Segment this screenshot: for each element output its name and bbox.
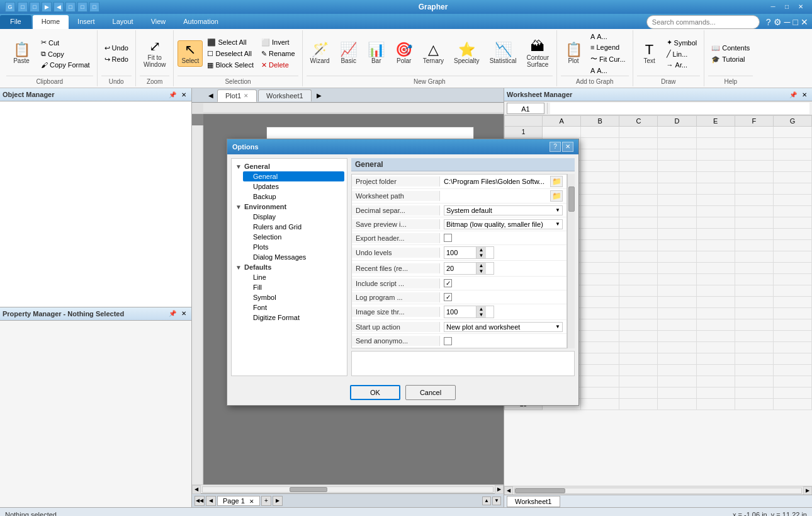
grid-cell-20-6[interactable] bbox=[773, 342, 811, 353]
grid-cell-11-5[interactable] bbox=[735, 240, 773, 251]
redo-button[interactable]: ↪ Redo bbox=[101, 54, 132, 65]
copy-format-button[interactable]: 🖌 Copy Format bbox=[38, 60, 93, 70]
deselect-all-button[interactable]: ☐ Deselect All bbox=[204, 49, 257, 59]
h-scroll-thumb[interactable] bbox=[290, 487, 327, 492]
tree-dialog-messages-item[interactable]: Dialog Messages bbox=[243, 252, 344, 262]
grid-cell-13-4[interactable] bbox=[696, 263, 735, 274]
ws-tab-1[interactable]: Worksheet1 bbox=[507, 496, 560, 507]
tree-symbol-item[interactable]: Symbol bbox=[243, 292, 344, 302]
prop-checkbox-8[interactable] bbox=[444, 293, 452, 301]
basic-button[interactable]: 📈 Basic bbox=[336, 40, 361, 67]
grid-cell-9-4[interactable] bbox=[696, 217, 735, 229]
grid-cell-4-2[interactable] bbox=[619, 161, 658, 172]
grid-cell-14-4[interactable] bbox=[696, 274, 735, 285]
close-button[interactable]: ✕ bbox=[794, 2, 807, 12]
grid-cell-3-1[interactable] bbox=[581, 149, 619, 161]
cut-button[interactable]: ✂ Cut bbox=[38, 37, 93, 48]
grid-cell-11-4[interactable] bbox=[696, 240, 735, 251]
grid-cell-8-4[interactable] bbox=[696, 206, 735, 217]
grid-cell-21-5[interactable] bbox=[735, 353, 773, 365]
grid-cell-22-1[interactable] bbox=[581, 365, 619, 376]
grid-cell-8-1[interactable] bbox=[581, 206, 619, 217]
delete-button[interactable]: ✕ Delete bbox=[258, 60, 298, 71]
grid-cell-2-2[interactable] bbox=[619, 138, 658, 149]
grid-cell-10-6[interactable] bbox=[773, 229, 811, 240]
property-manager-pin[interactable]: 📌 bbox=[167, 309, 178, 319]
grid-cell-10-2[interactable] bbox=[619, 229, 658, 240]
tab-insert[interactable]: Insert bbox=[69, 15, 104, 29]
property-manager-close[interactable]: ✕ bbox=[179, 309, 189, 319]
grid-cell-12-3[interactable] bbox=[658, 251, 696, 263]
prop-checkbox-7[interactable] bbox=[444, 279, 452, 287]
search-input[interactable] bbox=[646, 15, 760, 29]
grid-cell-5-6[interactable] bbox=[773, 172, 811, 183]
grid-cell-25-1[interactable] bbox=[581, 399, 619, 410]
grid-cell-23-3[interactable] bbox=[658, 376, 696, 387]
tree-selection-item[interactable]: Selection bbox=[243, 232, 344, 242]
grid-cell-4-1[interactable] bbox=[581, 161, 619, 172]
select-all-button[interactable]: ⬛ Select All bbox=[204, 37, 257, 48]
page-nav-next[interactable]: ▶ bbox=[273, 496, 283, 506]
ws-scroll-right[interactable]: ▶ bbox=[803, 486, 812, 495]
prop-dropdown-10[interactable]: New plot and worksheet▼ bbox=[444, 322, 563, 332]
grid-cell-22-5[interactable] bbox=[735, 365, 773, 376]
grid-cell-19-1[interactable] bbox=[581, 331, 619, 342]
grid-cell-20-5[interactable] bbox=[735, 342, 773, 353]
grid-cell-9-1[interactable] bbox=[581, 217, 619, 229]
grid-cell-18-1[interactable] bbox=[581, 319, 619, 331]
specialty-button[interactable]: ⭐ Specialty bbox=[450, 40, 483, 67]
statistical-button[interactable]: 📉 Statistical bbox=[486, 40, 521, 67]
cell-ref[interactable]: A1 bbox=[507, 103, 544, 114]
grid-cell-25-4[interactable] bbox=[696, 399, 735, 410]
grid-cell-19-3[interactable] bbox=[658, 331, 696, 342]
page-nav-first[interactable]: ◀◀ bbox=[195, 496, 205, 506]
grid-cell-12-2[interactable] bbox=[619, 251, 658, 263]
grid-cell-9-2[interactable] bbox=[619, 217, 658, 229]
grid-cell-21-3[interactable] bbox=[658, 353, 696, 365]
add-a2-button[interactable]: A A... bbox=[587, 66, 629, 76]
select-button[interactable]: ↖ Select bbox=[178, 40, 203, 67]
grid-cell-18-6[interactable] bbox=[773, 319, 811, 331]
grid-cell-7-2[interactable] bbox=[619, 195, 658, 206]
plot-nav-up[interactable]: ▲ bbox=[482, 496, 491, 505]
grid-cell-22-3[interactable] bbox=[658, 365, 696, 376]
grid-cell-12-5[interactable] bbox=[735, 251, 773, 263]
grid-cell-11-3[interactable] bbox=[658, 240, 696, 251]
grid-cell-23-5[interactable] bbox=[735, 376, 773, 387]
grid-cell-16-5[interactable] bbox=[735, 297, 773, 308]
grid-cell-14-5[interactable] bbox=[735, 274, 773, 285]
plot-nav-down[interactable]: ▼ bbox=[492, 496, 501, 505]
grid-cell-7-6[interactable] bbox=[773, 195, 811, 206]
prop-spinbox-down-5[interactable]: ▼ bbox=[476, 253, 486, 258]
grid-cell-22-2[interactable] bbox=[619, 365, 658, 376]
grid-cell-4-4[interactable] bbox=[696, 161, 735, 172]
grid-cell-10-5[interactable] bbox=[735, 229, 773, 240]
plot-button[interactable]: 📋 Plot bbox=[561, 40, 586, 67]
tree-digitize-format-item[interactable]: Digitize Format bbox=[243, 312, 344, 323]
grid-cell-17-5[interactable] bbox=[735, 308, 773, 319]
grid-cell-12-4[interactable] bbox=[696, 251, 735, 263]
tree-general-group[interactable]: ▼ General bbox=[234, 161, 344, 171]
grid-cell-20-3[interactable] bbox=[658, 342, 696, 353]
grid-cell-24-5[interactable] bbox=[735, 387, 773, 399]
grid-cell-1-4[interactable] bbox=[696, 127, 735, 138]
grid-cell-24-1[interactable] bbox=[581, 387, 619, 399]
grid-cell-13-5[interactable] bbox=[735, 263, 773, 274]
grid-cell-22-6[interactable] bbox=[773, 365, 811, 376]
grid-cell-2-4[interactable] bbox=[696, 138, 735, 149]
grid-cell-13-6[interactable] bbox=[773, 263, 811, 274]
tree-defaults-group[interactable]: ▼ Defaults bbox=[234, 262, 344, 272]
grid-cell-14-2[interactable] bbox=[619, 274, 658, 285]
tree-general-item[interactable]: General bbox=[243, 171, 344, 181]
tree-font-item[interactable]: Font bbox=[243, 302, 344, 312]
grid-cell-25-3[interactable] bbox=[658, 399, 696, 410]
ar-button[interactable]: → Ar... bbox=[663, 60, 701, 70]
grid-cell-17-6[interactable] bbox=[773, 308, 811, 319]
grid-cell-15-5[interactable] bbox=[735, 285, 773, 297]
h-scroll-right[interactable]: ▶ bbox=[495, 485, 504, 494]
page-tab[interactable]: Page 1 ✕ bbox=[217, 496, 260, 506]
tree-environment-group[interactable]: ▼ Environment bbox=[234, 202, 344, 212]
grid-cell-2-3[interactable] bbox=[658, 138, 696, 149]
text-button[interactable]: T Text bbox=[637, 40, 662, 67]
ws-scroll-left[interactable]: ◀ bbox=[504, 486, 513, 495]
